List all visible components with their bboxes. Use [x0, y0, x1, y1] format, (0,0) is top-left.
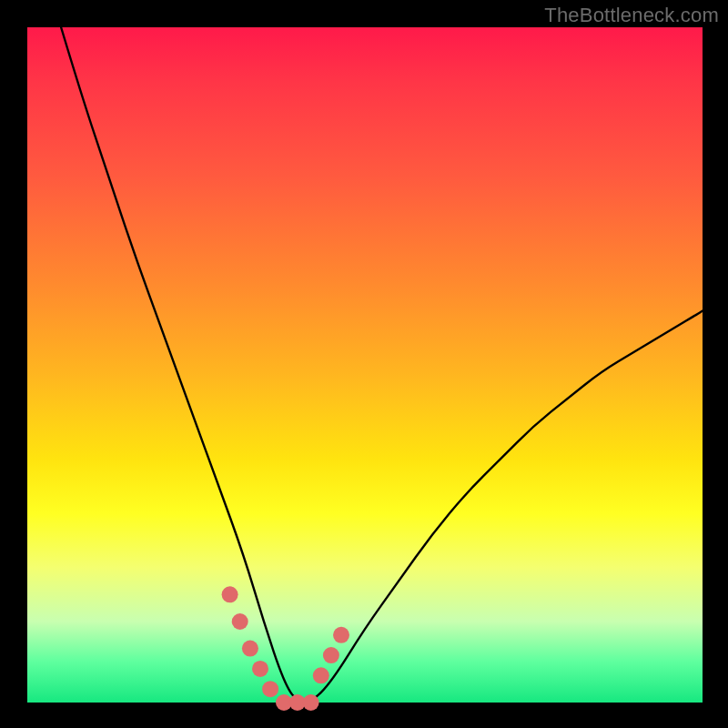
highlight-dot	[303, 694, 319, 711]
highlight-dot	[222, 586, 238, 602]
highlight-dot	[242, 641, 258, 657]
bottleneck-curve	[61, 27, 703, 703]
highlight-dot	[262, 681, 278, 697]
curve-line	[61, 27, 703, 703]
highlight-dot	[252, 661, 268, 677]
highlight-dot	[232, 613, 248, 630]
highlight-dot	[313, 667, 329, 683]
highlight-dot	[333, 627, 349, 643]
highlight-dot	[323, 647, 339, 663]
watermark-text: TheBottleneck.com	[544, 4, 719, 27]
chart-frame: TheBottleneck.com	[0, 0, 728, 728]
curve-svg	[27, 27, 703, 703]
plot-area	[27, 27, 703, 703]
highlight-markers	[222, 586, 349, 711]
